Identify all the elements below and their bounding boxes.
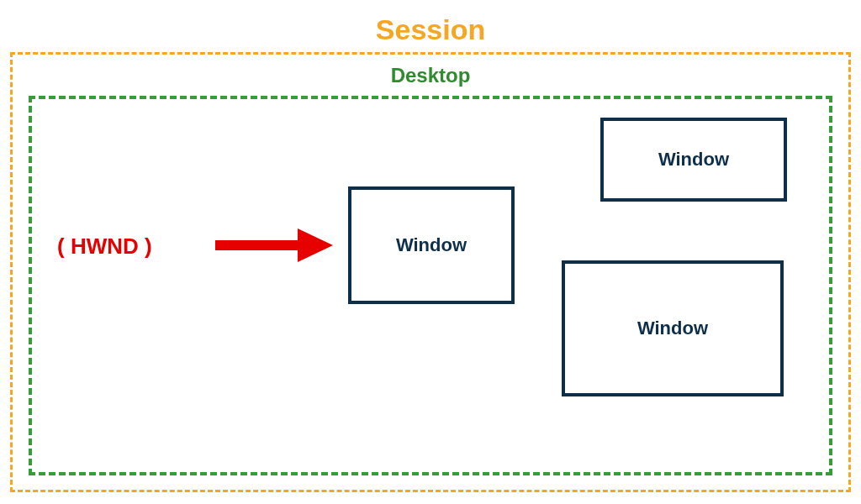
session-title: Session [0,13,861,46]
window-bottom-right: Window [562,260,784,396]
window-top-right: Window [600,118,787,202]
window-label: Window [637,318,708,339]
svg-marker-1 [298,228,333,262]
window-center: Window [348,186,515,304]
window-label: Window [658,149,729,171]
hwnd-label: ( HWND ) [57,234,152,260]
arrow-icon [215,222,333,269]
desktop-title: Desktop [10,64,851,87]
window-label: Window [396,234,467,256]
